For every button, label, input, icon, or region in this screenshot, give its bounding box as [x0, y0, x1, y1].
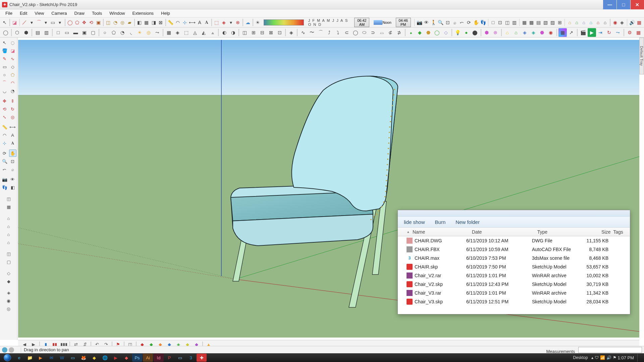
solid3-icon[interactable]: ⊟: [258, 28, 266, 37]
gear-icon[interactable]: ⚙: [626, 28, 634, 37]
bezier8-icon[interactable]: ⬭: [360, 28, 368, 37]
box-a-icon[interactable]: ◫: [5, 250, 12, 257]
section-display-icon[interactable]: ▦: [143, 18, 150, 27]
measurements-input[interactable]: [578, 347, 642, 353]
section-cut-icon[interactable]: ◨: [150, 18, 157, 27]
offset-icon[interactable]: ◎: [119, 18, 126, 27]
sandbox2-icon[interactable]: ◈: [173, 28, 182, 37]
followme-tool-icon[interactable]: ↻: [9, 105, 16, 113]
view-front-icon[interactable]: ⬢: [22, 28, 30, 37]
arc1-icon[interactable]: ⌒: [1, 79, 8, 86]
taskbar-ps-icon[interactable]: Ps: [132, 354, 142, 362]
zoom-icon[interactable]: 🔍: [437, 18, 444, 27]
speaker-icon[interactable]: 🔊: [629, 18, 635, 27]
taskbar-outlook-icon[interactable]: ✉: [46, 354, 56, 362]
house2-icon[interactable]: ⌂: [573, 18, 580, 27]
circle-icon[interactable]: ◯: [67, 18, 73, 27]
file-row[interactable]: Chair_V2.skp6/11/2019 12:43 PMSketchUp M…: [398, 280, 630, 289]
outer-shell-icon[interactable]: ◈: [220, 18, 227, 27]
rotrect-icon[interactable]: ◇: [9, 63, 16, 70]
component-icon[interactable]: ⬚: [213, 18, 220, 27]
path-icon[interactable]: ⤳: [153, 28, 161, 37]
vertex5-icon[interactable]: ◇: [442, 28, 450, 37]
tape-icon[interactable]: 📏: [167, 18, 174, 27]
render2-icon[interactable]: ↗: [567, 28, 576, 37]
house5-icon[interactable]: ⌂: [595, 18, 601, 27]
pie-tool-icon[interactable]: ◔: [118, 28, 126, 37]
solid1-icon[interactable]: ◫: [240, 28, 249, 37]
bezier12-icon[interactable]: ⊅: [395, 28, 404, 37]
orbit-tool-icon[interactable]: ⟳: [1, 149, 8, 157]
explorer-title-bar[interactable]: [398, 210, 630, 217]
column-size[interactable]: Size: [583, 229, 612, 235]
bezier3-icon[interactable]: ⌒: [316, 28, 325, 37]
style2-icon[interactable]: ⊡: [497, 18, 503, 27]
plugin1-icon[interactable]: ⬢: [483, 28, 491, 37]
line-icon[interactable]: ／: [21, 18, 28, 27]
house-c-icon[interactable]: ⌂: [5, 231, 12, 238]
eraser-tool-icon[interactable]: ◪: [9, 47, 16, 54]
grid-icon[interactable]: ▦: [636, 18, 642, 27]
zoomext-tool-icon[interactable]: ⌕: [9, 166, 16, 173]
polygon-icon[interactable]: ⬠: [74, 18, 80, 27]
menu-draw[interactable]: Draw: [71, 10, 88, 16]
shaded-icon[interactable]: ▬: [71, 28, 80, 37]
file-row[interactable]: Chair_V2.rar6/11/2019 1:01 PMWinRAR arch…: [398, 271, 630, 280]
light2-icon[interactable]: ●: [462, 28, 471, 37]
vertex2-icon[interactable]: ◆: [416, 28, 424, 37]
pan-icon[interactable]: ✋: [473, 18, 479, 27]
shadow-noon[interactable]: Noon: [372, 18, 393, 26]
style7-icon[interactable]: ▤: [535, 18, 542, 27]
warehouse-icon[interactable]: ☁: [245, 18, 251, 27]
eraser-icon[interactable]: ◪: [11, 18, 18, 27]
rectangle-icon[interactable]: ▭: [50, 18, 56, 27]
polygon2-icon[interactable]: ⬠: [9, 71, 16, 78]
menu-help[interactable]: Help: [158, 10, 173, 16]
lookaround-icon[interactable]: 👁: [9, 176, 16, 183]
style5-icon[interactable]: ▦: [521, 18, 528, 27]
house-b-icon[interactable]: ⌂: [5, 223, 12, 230]
dropdown-icon[interactable]: ▾: [227, 18, 234, 27]
style4-icon[interactable]: ▥: [511, 18, 518, 27]
taskbar-app2-icon[interactable]: ▶: [111, 354, 121, 362]
dropdown-icon[interactable]: ▾: [57, 18, 63, 27]
tape-tool-icon[interactable]: 📏: [1, 123, 8, 131]
misc-b-icon[interactable]: ◉: [5, 297, 12, 304]
pushpull-tool-icon[interactable]: ⇕: [9, 97, 16, 105]
taskbar-app1-icon[interactable]: ◆: [89, 354, 99, 362]
vray1-icon[interactable]: ⌂: [503, 28, 512, 37]
file-row[interactable]: CHAIR.skp6/10/2019 7:50 PMSketchUp Model…: [398, 262, 630, 271]
tray-chevron-icon[interactable]: ▴: [591, 355, 593, 360]
position-cam-icon[interactable]: 📷: [1, 176, 8, 183]
taskbar-app4-icon[interactable]: ▭: [175, 354, 185, 362]
show-desktop-label[interactable]: Desktop: [573, 355, 588, 360]
bezier11-icon[interactable]: ⊄: [386, 28, 395, 37]
file-row[interactable]: CHAIR.FBX6/11/2019 10:59 AMAutoCAD FBX F…: [398, 245, 630, 254]
shape-a-icon[interactable]: ◇: [5, 269, 12, 277]
status-geo-icon[interactable]: [2, 347, 7, 353]
section-icon[interactable]: ◧: [136, 18, 143, 27]
axes-icon[interactable]: ⊹: [181, 18, 188, 27]
solid6-icon[interactable]: ◈: [287, 28, 296, 37]
lasso-icon[interactable]: ◌: [9, 39, 16, 46]
tray-flag-icon[interactable]: ⚑: [613, 355, 616, 360]
menu-window[interactable]: Window: [106, 10, 128, 16]
arc-icon[interactable]: ⌒: [36, 18, 42, 27]
arc2-icon[interactable]: ◠: [9, 79, 16, 86]
soften-icon[interactable]: ⊗: [234, 18, 241, 27]
scale-icon[interactable]: ▣: [95, 18, 102, 27]
column-type[interactable]: Type: [536, 229, 583, 235]
pie-icon[interactable]: ◔: [9, 87, 16, 95]
menu-edit[interactable]: Edit: [16, 10, 31, 16]
pencil-icon[interactable]: ✎: [1, 55, 8, 62]
light-icon[interactable]: 💡: [453, 28, 462, 37]
paint-bucket-icon[interactable]: 🪣: [1, 47, 8, 54]
grid2-icon[interactable]: ▦: [634, 28, 643, 37]
paint-icon[interactable]: ▰: [126, 18, 133, 27]
tray-network-icon[interactable]: 📶: [600, 355, 605, 360]
misc-c-icon[interactable]: ◎: [5, 305, 12, 312]
dimension-tool-icon[interactable]: ⟷: [9, 123, 16, 131]
taskbar-chrome-icon[interactable]: 🌐: [100, 354, 110, 362]
taskbar-sketchup-icon[interactable]: ✚: [197, 354, 207, 362]
explorer-burn-button[interactable]: Burn: [433, 219, 448, 226]
